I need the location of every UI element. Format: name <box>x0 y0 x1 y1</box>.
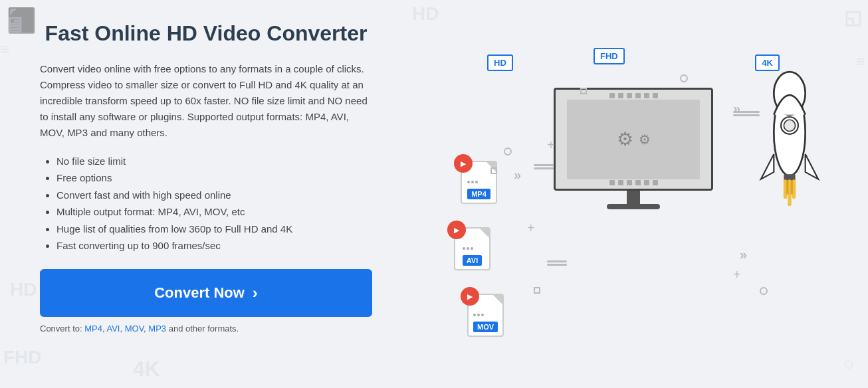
chevron-right-icon-1: » <box>514 167 518 183</box>
line-deco-4 <box>547 264 567 266</box>
chevron-right-icon-2: » <box>740 247 744 262</box>
right-panel: HD FHD 4K ⚙ ⚙ <box>412 0 868 388</box>
plus-icon-3: + <box>733 267 741 282</box>
gear-icon-1: ⚙ <box>617 128 633 150</box>
monitor-illustration: ⚙ ⚙ <box>554 88 713 207</box>
badge-hd: HD <box>487 54 513 71</box>
format-link-mp4[interactable]: MP4 <box>84 324 102 334</box>
format-link-mp3[interactable]: MP3 <box>148 324 166 334</box>
feature-item: No file size limit <box>56 153 372 170</box>
feature-item: Fast converting up to 900 frames/sec <box>56 237 372 254</box>
page-title: Fast Online HD Video Converter <box>40 20 372 48</box>
feature-item: Free options <box>56 169 372 187</box>
svg-point-3 <box>784 120 795 131</box>
illustration: HD FHD 4K ⚙ ⚙ <box>447 35 833 353</box>
feature-item: Multiple output format: MP4, AVI, MOV, e… <box>56 203 372 221</box>
square-deco-1 <box>490 167 497 174</box>
circle-deco-1 <box>504 147 512 155</box>
convert-btn-arrow: › <box>253 284 258 302</box>
line-deco-1 <box>534 164 554 166</box>
feature-item: Huge list of qualities from low 360p to … <box>56 221 372 238</box>
gear-icon-2: ⚙ <box>639 132 651 147</box>
convert-formats: Convert to: MP4, AVI, MOV, MP3 and other… <box>40 324 372 334</box>
monitor-screen: ⚙ ⚙ <box>554 88 713 191</box>
line-deco-2 <box>534 167 554 169</box>
file-icon-mov: ▶ MOV <box>467 294 504 337</box>
circle-deco-2 <box>680 74 688 82</box>
monitor-stand <box>627 191 640 204</box>
play-icon-avi: ▶ <box>447 221 466 239</box>
description-text: Convert video online with free options t… <box>40 61 372 141</box>
play-icon-mp4: ▶ <box>454 154 473 173</box>
feature-item: Convert fast and with high speed online <box>56 187 372 204</box>
line-deco-3 <box>547 260 567 262</box>
features-list: No file size limitFree optionsConvert fa… <box>40 153 372 254</box>
badge-fhd: FHD <box>594 48 625 64</box>
left-panel: Fast Online HD Video Converter Convert v… <box>0 0 412 388</box>
monitor-base <box>607 204 660 209</box>
plus-icon-2: + <box>547 138 555 153</box>
page-container: ⬛ 🖥 HD ≡ HD FHD 4K ◱ ≡ ○ Fast Online HD … <box>0 0 868 388</box>
square-deco-3 <box>580 88 587 94</box>
play-icon-mov: ▶ <box>461 287 479 306</box>
circle-deco-3 <box>760 287 768 295</box>
file-icon-avi: ▶ AVI <box>454 227 490 270</box>
gear-icons: ⚙ ⚙ <box>617 128 651 150</box>
format-link-mov[interactable]: MOV <box>125 324 144 334</box>
convert-now-button[interactable]: Convert Now › <box>40 269 372 317</box>
monitor-screen-inner: ⚙ ⚙ <box>567 100 700 179</box>
line-deco-6 <box>733 114 760 116</box>
formats-suffix: and other formats. <box>169 324 239 334</box>
square-deco-2 <box>534 287 540 294</box>
convert-btn-label: Convert Now <box>154 284 245 302</box>
rocket-illustration <box>753 61 826 247</box>
line-deco-5 <box>733 111 760 113</box>
plus-icon-1: + <box>527 221 535 236</box>
format-link-avi[interactable]: AVI <box>106 324 120 334</box>
formats-prefix: Convert to: <box>40 324 84 334</box>
